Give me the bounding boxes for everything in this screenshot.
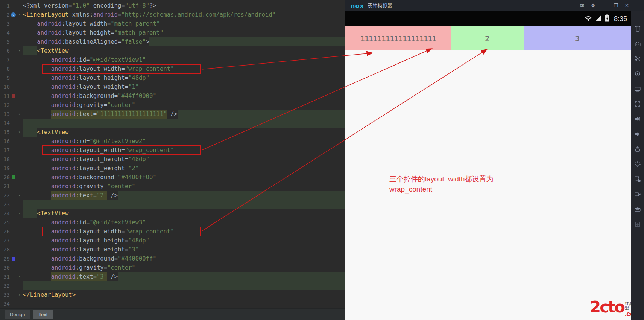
code-line-5[interactable]: 5 android:baselineAligned="false"> bbox=[0, 37, 345, 46]
line-number: 21 bbox=[0, 182, 10, 191]
code-line-6[interactable]: 6▾ <TextView bbox=[0, 46, 345, 55]
line-number: 13 bbox=[0, 110, 10, 119]
code-line-17[interactable]: 17 android:layout_width="wrap_content" bbox=[0, 146, 345, 155]
code-line-18[interactable]: 18 android:layout_height="48dp" bbox=[0, 155, 345, 164]
line-number: 7 bbox=[0, 55, 10, 64]
nox-side-toolbar: ⋯ bbox=[631, 11, 644, 320]
code-line-24[interactable]: 24▾ <TextView bbox=[0, 209, 345, 218]
code-line-15[interactable]: 15▾ <TextView bbox=[0, 128, 345, 137]
gutter: 24▾ bbox=[0, 209, 23, 218]
gutter: 30 bbox=[0, 263, 23, 272]
code-line-1[interactable]: 1<?xml version="1.0" encoding="utf-8"?> bbox=[0, 1, 345, 10]
fold-open-icon[interactable]: ▾ bbox=[17, 209, 22, 218]
video-record-icon[interactable] bbox=[634, 187, 641, 202]
fold-end-icon[interactable]: ▴ bbox=[17, 110, 22, 119]
code-line-29[interactable]: 29 android:background="#440000ff" bbox=[0, 254, 345, 263]
code-line-12[interactable]: 12 android:gravity="center" bbox=[0, 101, 345, 110]
code-line-14[interactable]: 14 bbox=[0, 119, 345, 128]
code-line-11[interactable]: 11 android:background="#44ff0000" bbox=[0, 91, 345, 101]
settings-gear-icon[interactable]: ⚙ bbox=[591, 0, 595, 11]
maximize-icon[interactable]: ❐ bbox=[614, 0, 618, 11]
code-line-21[interactable]: 21 android:gravity="center" bbox=[0, 182, 345, 191]
code-line-28[interactable]: 28 android:layout_weight="3" bbox=[0, 245, 345, 254]
code-line-23[interactable]: 23 bbox=[0, 200, 345, 209]
add-more-icon[interactable] bbox=[634, 217, 641, 232]
textview-block-1[interactable]: 111111111111111111 bbox=[345, 26, 451, 50]
nox-logo: nox bbox=[351, 2, 364, 9]
line-number: 8 bbox=[0, 64, 10, 73]
battery-icon bbox=[604, 14, 611, 24]
gutter: 2c▾ bbox=[0, 10, 23, 19]
code-line-16[interactable]: 16 android:id="@+id/textView2" bbox=[0, 137, 345, 146]
component-gutter-icon[interactable]: c bbox=[11, 12, 16, 17]
gutter: 29 bbox=[0, 254, 23, 263]
code-line-26[interactable]: 26 android:layout_width="wrap_content" bbox=[0, 227, 345, 236]
volume-up-icon[interactable] bbox=[634, 111, 641, 126]
code-line-4[interactable]: 4 android:layout_height="match_parent" bbox=[0, 28, 345, 37]
gutter: 9 bbox=[0, 73, 23, 82]
textview-block-2[interactable]: 2 bbox=[451, 26, 523, 50]
window-title: 夜神模拟器 bbox=[368, 2, 392, 9]
gutter: 33▴ bbox=[0, 290, 23, 299]
code-line-9[interactable]: 9 android:layout_height="48dp" bbox=[0, 73, 345, 82]
emulator-screen[interactable]: 11111111111111111123 三个控件的layout_width都设… bbox=[345, 26, 631, 320]
line-number: 16 bbox=[0, 137, 10, 146]
tab-text[interactable]: Text bbox=[33, 310, 53, 319]
volume-down-icon[interactable] bbox=[634, 126, 641, 142]
shake-icon[interactable] bbox=[634, 157, 641, 172]
gutter: 6▾ bbox=[0, 46, 23, 55]
code-line-31[interactable]: 31▴ android:text="3" /> bbox=[0, 272, 345, 281]
fold-end-icon[interactable]: ▴ bbox=[17, 191, 22, 200]
gutter: 28 bbox=[0, 245, 23, 254]
gutter: 10 bbox=[0, 82, 23, 91]
color-preview-swatch[interactable] bbox=[12, 257, 15, 261]
line-number: 33 bbox=[0, 290, 10, 299]
code-line-3[interactable]: 3 android:layout_width="match_parent" bbox=[0, 19, 345, 28]
color-preview-swatch[interactable] bbox=[12, 175, 15, 179]
code-line-22[interactable]: 22▴ android:text="2" /> bbox=[0, 191, 345, 200]
minimize-icon[interactable]: — bbox=[602, 0, 607, 11]
code-line-30[interactable]: 30 android:gravity="center" bbox=[0, 263, 345, 272]
textview-block-3[interactable]: 3 bbox=[524, 26, 631, 50]
fold-end-icon[interactable]: ▴ bbox=[17, 272, 22, 281]
code-lines[interactable]: 1<?xml version="1.0" encoding="utf-8"?>2… bbox=[0, 0, 345, 308]
code-line-25[interactable]: 25 android:id="@+id/textView3" bbox=[0, 218, 345, 227]
code-editor[interactable]: 1<?xml version="1.0" encoding="utf-8"?>2… bbox=[0, 0, 345, 320]
code-line-20[interactable]: 20 android:background="#4400ff00" bbox=[0, 173, 345, 182]
fold-open-icon[interactable]: ▾ bbox=[17, 46, 22, 55]
line-number: 10 bbox=[0, 82, 10, 91]
shake-phone-icon[interactable] bbox=[634, 21, 641, 36]
code-line-34[interactable]: 34 bbox=[0, 299, 345, 308]
code-line-2[interactable]: 2c▾<LinearLayout xmlns:android="http://s… bbox=[0, 10, 345, 19]
fold-end-icon[interactable]: ▴ bbox=[17, 290, 22, 299]
tab-design[interactable]: Design bbox=[5, 310, 30, 319]
code-line-8[interactable]: 8 android:layout_width="wrap_content" bbox=[0, 64, 345, 73]
location-icon[interactable] bbox=[634, 66, 641, 81]
fold-open-icon[interactable]: ▾ bbox=[17, 128, 22, 137]
emulator-title-bar: nox 夜神模拟器 ✉⚙—❐✕ bbox=[345, 0, 644, 11]
code-line-33[interactable]: 33▴</LinearLayout> bbox=[0, 290, 345, 299]
gutter: 3 bbox=[0, 19, 23, 28]
code-line-32[interactable]: 32 bbox=[0, 281, 345, 290]
mail-icon[interactable]: ✉ bbox=[580, 0, 584, 11]
line-number: 20 bbox=[0, 173, 10, 182]
fullscreen-icon[interactable] bbox=[634, 96, 641, 111]
code-line-27[interactable]: 27 android:layout_height="48dp" bbox=[0, 236, 345, 245]
more-menu-icon[interactable]: ⋯ bbox=[635, 14, 641, 21]
close-icon[interactable]: ✕ bbox=[625, 0, 629, 11]
gutter: 4 bbox=[0, 28, 23, 37]
code-line-19[interactable]: 19 android:layout_weight="2" bbox=[0, 164, 345, 173]
operation-macro-icon[interactable] bbox=[634, 172, 641, 187]
code-line-7[interactable]: 7 android:id="@+id/textView1" bbox=[0, 55, 345, 64]
color-preview-swatch[interactable] bbox=[12, 94, 15, 98]
code-line-10[interactable]: 10 android:layout_weight="1" bbox=[0, 82, 345, 91]
code-line-13[interactable]: 13▴ android:text="111111111111111111" /> bbox=[0, 110, 345, 119]
line-number: 15 bbox=[0, 128, 10, 137]
line-number: 24 bbox=[0, 209, 10, 218]
virtual-key-robot-icon[interactable] bbox=[634, 36, 641, 51]
virtual-screen-icon[interactable] bbox=[634, 81, 641, 96]
fold-open-icon[interactable]: ▾ bbox=[17, 10, 22, 19]
apk-install-icon[interactable] bbox=[634, 142, 641, 157]
keyboard-mapping-icon[interactable] bbox=[634, 202, 641, 217]
screenshot-scissors-icon[interactable] bbox=[634, 51, 641, 66]
